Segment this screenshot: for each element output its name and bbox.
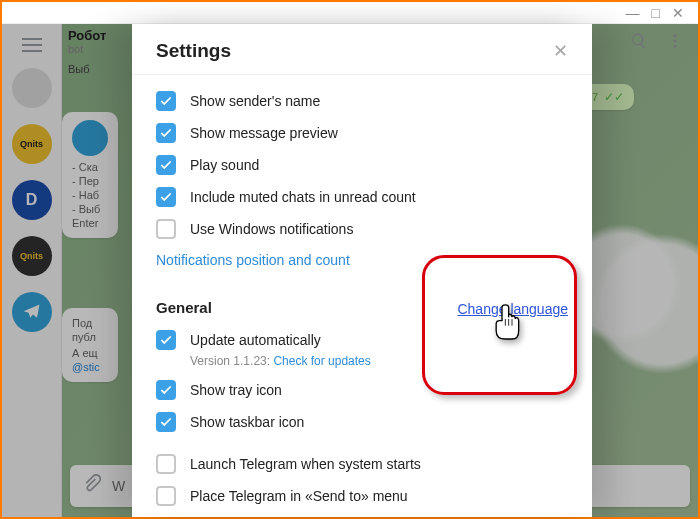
- notifications-position-link-row: Notifications position and count: [156, 245, 568, 283]
- option-use-windows-notifications[interactable]: Use Windows notifications: [156, 213, 568, 245]
- close-settings-button[interactable]: ✕: [553, 40, 568, 62]
- checkbox-unchecked-icon[interactable]: [156, 219, 176, 239]
- checkbox-checked-icon[interactable]: [156, 330, 176, 350]
- version-row: Version 1.1.23: Check for updates: [156, 354, 568, 368]
- option-show-preview[interactable]: Show message preview: [156, 117, 568, 149]
- checkbox-checked-icon[interactable]: [156, 380, 176, 400]
- settings-header: Settings ✕: [132, 24, 592, 75]
- titlebar: — □ ✕: [2, 2, 698, 24]
- checkbox-checked-icon[interactable]: [156, 123, 176, 143]
- minimize-button[interactable]: —: [626, 5, 640, 21]
- section-general-title: General: [156, 283, 212, 324]
- option-include-muted[interactable]: Include muted chats in unread count: [156, 181, 568, 213]
- settings-body[interactable]: Show sender's name Show message preview …: [132, 75, 592, 517]
- option-show-sender[interactable]: Show sender's name: [156, 85, 568, 117]
- maximize-button[interactable]: □: [652, 5, 660, 21]
- settings-panel: Settings ✕ Show sender's name Show messa…: [132, 24, 592, 517]
- check-updates-link[interactable]: Check for updates: [273, 354, 370, 368]
- close-window-button[interactable]: ✕: [672, 5, 684, 21]
- checkbox-unchecked-icon[interactable]: [156, 454, 176, 474]
- notifications-position-link[interactable]: Notifications position and count: [156, 252, 350, 268]
- settings-title: Settings: [156, 40, 231, 62]
- checkbox-checked-icon[interactable]: [156, 155, 176, 175]
- option-launch-startup[interactable]: Launch Telegram when system starts: [156, 448, 568, 480]
- checkbox-checked-icon[interactable]: [156, 91, 176, 111]
- option-update-automatically[interactable]: Update automatically: [156, 324, 568, 356]
- option-show-tray[interactable]: Show tray icon: [156, 374, 568, 406]
- option-show-taskbar[interactable]: Show taskbar icon: [156, 406, 568, 438]
- checkbox-checked-icon[interactable]: [156, 412, 176, 432]
- checkbox-unchecked-icon[interactable]: [156, 486, 176, 506]
- option-play-sound[interactable]: Play sound: [156, 149, 568, 181]
- checkbox-checked-icon[interactable]: [156, 187, 176, 207]
- change-language-link[interactable]: Change language: [457, 301, 568, 317]
- option-send-to[interactable]: Place Telegram in «Send to» menu: [156, 480, 568, 512]
- app-window: — □ ✕ Qnits D Qnits Робот bot Выб: [0, 0, 700, 519]
